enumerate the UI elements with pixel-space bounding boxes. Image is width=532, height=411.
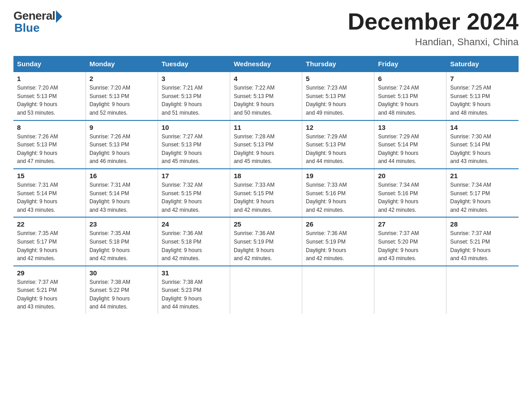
- day-number: 8: [17, 124, 82, 131]
- calendar-day-cell: 29Sunrise: 7:37 AMSunset: 5:21 PMDayligh…: [13, 266, 86, 314]
- day-number: 13: [378, 124, 442, 131]
- day-info: Sunrise: 7:31 AMSunset: 5:14 PMDaylight:…: [90, 181, 154, 214]
- day-number: 1: [17, 75, 82, 82]
- month-title: December 2024: [348, 9, 519, 34]
- calendar-day-cell: 26Sunrise: 7:36 AMSunset: 5:19 PMDayligh…: [302, 217, 374, 265]
- calendar-table: SundayMondayTuesdayWednesdayThursdayFrid…: [13, 56, 519, 314]
- day-info: Sunrise: 7:32 AMSunset: 5:15 PMDaylight:…: [162, 181, 226, 214]
- day-info: Sunrise: 7:37 AMSunset: 5:20 PMDaylight:…: [378, 229, 442, 262]
- day-of-week-header: Monday: [86, 56, 158, 72]
- day-info: Sunrise: 7:30 AMSunset: 5:14 PMDaylight:…: [450, 133, 515, 166]
- calendar-day-cell: 31Sunrise: 7:38 AMSunset: 5:23 PMDayligh…: [158, 266, 230, 314]
- page-header: General Blue December 2024 Handian, Shan…: [13, 9, 519, 48]
- day-number: 31: [162, 269, 226, 277]
- calendar-body: 1Sunrise: 7:20 AMSunset: 5:13 PMDaylight…: [13, 72, 519, 314]
- calendar-day-cell: 19Sunrise: 7:33 AMSunset: 5:16 PMDayligh…: [302, 169, 374, 217]
- calendar-day-cell: 15Sunrise: 7:31 AMSunset: 5:14 PMDayligh…: [13, 169, 86, 217]
- calendar-day-cell: 21Sunrise: 7:34 AMSunset: 5:17 PMDayligh…: [446, 169, 519, 217]
- day-number: 11: [234, 124, 298, 131]
- day-info: Sunrise: 7:27 AMSunset: 5:13 PMDaylight:…: [162, 133, 226, 166]
- calendar-day-cell: 2Sunrise: 7:20 AMSunset: 5:13 PMDaylight…: [86, 72, 158, 120]
- day-number: 25: [234, 220, 298, 228]
- calendar-day-cell: [230, 266, 302, 314]
- calendar-day-cell: 14Sunrise: 7:30 AMSunset: 5:14 PMDayligh…: [446, 120, 519, 169]
- day-number: 9: [90, 124, 154, 131]
- day-info: Sunrise: 7:37 AMSunset: 5:21 PMDaylight:…: [17, 278, 82, 311]
- day-info: Sunrise: 7:38 AMSunset: 5:23 PMDaylight:…: [162, 278, 226, 311]
- calendar-week-row: 1Sunrise: 7:20 AMSunset: 5:13 PMDaylight…: [13, 72, 519, 120]
- day-number: 29: [17, 269, 82, 277]
- calendar-day-cell: 6Sunrise: 7:24 AMSunset: 5:13 PMDaylight…: [374, 72, 446, 120]
- title-block: December 2024 Handian, Shanxi, China: [348, 9, 519, 48]
- logo-triangle-icon: [56, 10, 62, 23]
- day-info: Sunrise: 7:25 AMSunset: 5:13 PMDaylight:…: [450, 84, 515, 117]
- day-info: Sunrise: 7:34 AMSunset: 5:16 PMDaylight:…: [378, 181, 442, 214]
- calendar-day-cell: 30Sunrise: 7:38 AMSunset: 5:22 PMDayligh…: [86, 266, 158, 314]
- calendar-week-row: 29Sunrise: 7:37 AMSunset: 5:21 PMDayligh…: [13, 266, 519, 314]
- day-info: Sunrise: 7:26 AMSunset: 5:13 PMDaylight:…: [90, 133, 154, 166]
- location-subtitle: Handian, Shanxi, China: [348, 36, 519, 48]
- day-of-week-header: Thursday: [302, 56, 374, 72]
- day-info: Sunrise: 7:28 AMSunset: 5:13 PMDaylight:…: [234, 133, 298, 166]
- logo-blue-text: Blue: [14, 21, 39, 35]
- day-number: 23: [90, 220, 154, 228]
- day-number: 6: [378, 75, 442, 82]
- day-info: Sunrise: 7:34 AMSunset: 5:17 PMDaylight:…: [450, 181, 515, 214]
- day-info: Sunrise: 7:20 AMSunset: 5:13 PMDaylight:…: [90, 84, 154, 117]
- calendar-day-cell: 27Sunrise: 7:37 AMSunset: 5:20 PMDayligh…: [374, 217, 446, 265]
- day-info: Sunrise: 7:36 AMSunset: 5:19 PMDaylight:…: [306, 229, 370, 262]
- day-info: Sunrise: 7:29 AMSunset: 5:13 PMDaylight:…: [306, 133, 370, 166]
- day-number: 24: [162, 220, 226, 228]
- day-info: Sunrise: 7:20 AMSunset: 5:13 PMDaylight:…: [17, 84, 82, 117]
- day-number: 27: [378, 220, 442, 228]
- calendar-day-cell: 9Sunrise: 7:26 AMSunset: 5:13 PMDaylight…: [86, 120, 158, 169]
- calendar-day-cell: 1Sunrise: 7:20 AMSunset: 5:13 PMDaylight…: [13, 72, 86, 120]
- day-info: Sunrise: 7:33 AMSunset: 5:15 PMDaylight:…: [234, 181, 298, 214]
- day-number: 4: [234, 75, 298, 82]
- calendar-day-cell: 11Sunrise: 7:28 AMSunset: 5:13 PMDayligh…: [230, 120, 302, 169]
- day-info: Sunrise: 7:36 AMSunset: 5:19 PMDaylight:…: [234, 229, 298, 262]
- day-of-week-header: Friday: [374, 56, 446, 72]
- day-number: 30: [90, 269, 154, 277]
- day-of-week-header: Wednesday: [230, 56, 302, 72]
- calendar-day-cell: 17Sunrise: 7:32 AMSunset: 5:15 PMDayligh…: [158, 169, 230, 217]
- calendar-day-cell: 16Sunrise: 7:31 AMSunset: 5:14 PMDayligh…: [86, 169, 158, 217]
- calendar-week-row: 22Sunrise: 7:35 AMSunset: 5:17 PMDayligh…: [13, 217, 519, 265]
- header-row: SundayMondayTuesdayWednesdayThursdayFrid…: [13, 56, 519, 72]
- calendar-day-cell: 4Sunrise: 7:22 AMSunset: 5:13 PMDaylight…: [230, 72, 302, 120]
- day-info: Sunrise: 7:29 AMSunset: 5:14 PMDaylight:…: [378, 133, 442, 166]
- day-number: 12: [306, 124, 370, 131]
- calendar-day-cell: 18Sunrise: 7:33 AMSunset: 5:15 PMDayligh…: [230, 169, 302, 217]
- day-number: 7: [450, 75, 515, 82]
- day-number: 2: [90, 75, 154, 82]
- day-number: 22: [17, 220, 82, 228]
- calendar-day-cell: 23Sunrise: 7:35 AMSunset: 5:18 PMDayligh…: [86, 217, 158, 265]
- calendar-day-cell: 8Sunrise: 7:26 AMSunset: 5:13 PMDaylight…: [13, 120, 86, 169]
- calendar-day-cell: [374, 266, 446, 314]
- calendar-day-cell: [302, 266, 374, 314]
- calendar-day-cell: 13Sunrise: 7:29 AMSunset: 5:14 PMDayligh…: [374, 120, 446, 169]
- calendar-day-cell: 20Sunrise: 7:34 AMSunset: 5:16 PMDayligh…: [374, 169, 446, 217]
- day-info: Sunrise: 7:35 AMSunset: 5:18 PMDaylight:…: [90, 229, 154, 262]
- day-info: Sunrise: 7:22 AMSunset: 5:13 PMDaylight:…: [234, 84, 298, 117]
- day-info: Sunrise: 7:33 AMSunset: 5:16 PMDaylight:…: [306, 181, 370, 214]
- day-number: 18: [234, 172, 298, 180]
- day-number: 26: [306, 220, 370, 228]
- day-number: 14: [450, 124, 515, 131]
- day-number: 20: [378, 172, 442, 180]
- day-number: 10: [162, 124, 226, 131]
- day-number: 3: [162, 75, 226, 82]
- day-of-week-header: Sunday: [13, 56, 86, 72]
- day-number: 28: [450, 220, 515, 228]
- calendar-header: SundayMondayTuesdayWednesdayThursdayFrid…: [13, 56, 519, 72]
- calendar-day-cell: [446, 266, 519, 314]
- day-info: Sunrise: 7:31 AMSunset: 5:14 PMDaylight:…: [17, 181, 82, 214]
- calendar-day-cell: 10Sunrise: 7:27 AMSunset: 5:13 PMDayligh…: [158, 120, 230, 169]
- day-info: Sunrise: 7:38 AMSunset: 5:22 PMDaylight:…: [90, 278, 154, 311]
- day-number: 17: [162, 172, 226, 180]
- day-info: Sunrise: 7:26 AMSunset: 5:13 PMDaylight:…: [17, 133, 82, 166]
- logo: General Blue: [13, 9, 62, 35]
- calendar-week-row: 8Sunrise: 7:26 AMSunset: 5:13 PMDaylight…: [13, 120, 519, 169]
- day-info: Sunrise: 7:36 AMSunset: 5:18 PMDaylight:…: [162, 229, 226, 262]
- day-number: 21: [450, 172, 515, 180]
